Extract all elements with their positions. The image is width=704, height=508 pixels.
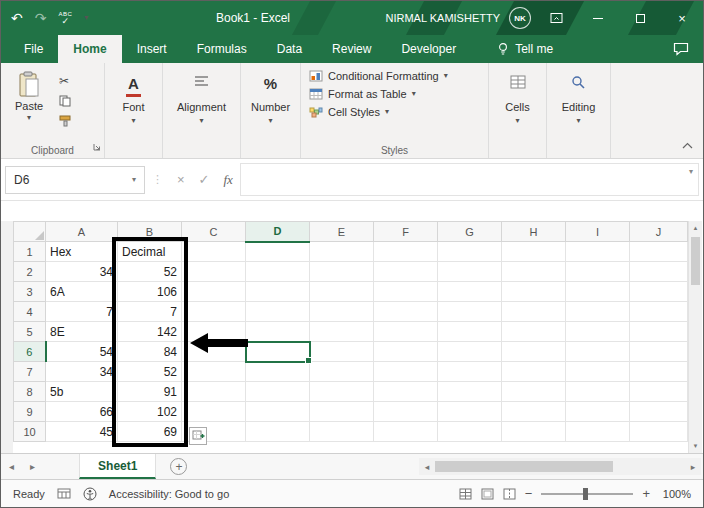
cell-H3[interactable]	[502, 282, 566, 302]
tab-review[interactable]: Review	[317, 35, 386, 63]
row-header-4[interactable]: 4	[14, 302, 46, 322]
cell-E9[interactable]	[310, 402, 374, 422]
number-group-button[interactable]: % Number ▾	[241, 63, 301, 158]
cell-E6[interactable]	[310, 342, 374, 362]
format-painter-icon[interactable]	[59, 115, 72, 127]
cell-G10[interactable]	[438, 422, 502, 442]
comments-button[interactable]	[673, 35, 689, 63]
cell-H1[interactable]	[502, 242, 566, 262]
cell-H5[interactable]	[502, 322, 566, 342]
cell-D10[interactable]	[246, 422, 310, 442]
cell-A3[interactable]: 6A	[46, 282, 118, 302]
cancel-button[interactable]: ×	[170, 172, 192, 187]
cell-D7[interactable]	[246, 362, 310, 382]
page-layout-view-icon[interactable]	[481, 488, 494, 500]
paste-button[interactable]: Paste ▾	[5, 67, 53, 142]
tab-data[interactable]: Data	[262, 35, 317, 63]
tell-me-box[interactable]: Tell me	[497, 35, 553, 63]
insert-function-button[interactable]: fx	[217, 172, 240, 188]
cell-G8[interactable]	[438, 382, 502, 402]
cell-C2[interactable]	[182, 262, 246, 282]
cell-D5[interactable]	[246, 322, 310, 342]
column-header-I[interactable]: I	[566, 222, 630, 242]
cell-D1[interactable]	[246, 242, 310, 262]
cell-A7[interactable]: 34	[46, 362, 118, 382]
expand-formula-bar-icon[interactable]: ▾	[689, 167, 693, 176]
sheet-nav-right-icon[interactable]: ▸	[22, 461, 43, 472]
cell-F8[interactable]	[374, 382, 438, 402]
cell-I4[interactable]	[566, 302, 630, 322]
cell-A4[interactable]: 7	[46, 302, 118, 322]
cell-A1[interactable]: Hex	[46, 242, 118, 262]
row-header-2[interactable]: 2	[14, 262, 46, 282]
row-header-9[interactable]: 9	[14, 402, 46, 422]
cell-G7[interactable]	[438, 362, 502, 382]
horizontal-scrollbar[interactable]: ◂ ▸	[419, 458, 701, 475]
cell-I2[interactable]	[566, 262, 630, 282]
name-box-caret-icon[interactable]: ▾	[132, 175, 136, 184]
cell-I7[interactable]	[566, 362, 630, 382]
cell-A8[interactable]: 5b	[46, 382, 118, 402]
cell-E7[interactable]	[310, 362, 374, 382]
cell-B10[interactable]: 69	[118, 422, 182, 442]
cell-E1[interactable]	[310, 242, 374, 262]
tab-file[interactable]: File	[9, 35, 58, 63]
cell-J2[interactable]	[630, 262, 688, 282]
formula-input[interactable]: ▾	[240, 163, 699, 196]
cell-G6[interactable]	[438, 342, 502, 362]
cell-J7[interactable]	[630, 362, 688, 382]
font-group-button[interactable]: A Font ▾	[105, 63, 163, 158]
cells-group-button[interactable]: Cells ▾	[489, 63, 547, 158]
cell-F2[interactable]	[374, 262, 438, 282]
column-header-B[interactable]: B	[118, 222, 182, 242]
horizontal-scroll-thumb[interactable]	[435, 461, 613, 472]
row-header-1[interactable]: 1	[14, 242, 46, 262]
column-header-F[interactable]: F	[374, 222, 438, 242]
cell-J10[interactable]	[630, 422, 688, 442]
conditional-formatting-button[interactable]: Conditional Formatting ▾	[309, 70, 480, 82]
row-header-8[interactable]: 8	[14, 382, 46, 402]
zoom-slider[interactable]	[541, 493, 633, 495]
cell-I3[interactable]	[566, 282, 630, 302]
row-header-5[interactable]: 5	[14, 322, 46, 342]
cell-J4[interactable]	[630, 302, 688, 322]
cell-F1[interactable]	[374, 242, 438, 262]
cell-B6[interactable]: 84	[118, 342, 182, 362]
ribbon-display-options-button[interactable]	[535, 1, 577, 35]
cell-D9[interactable]	[246, 402, 310, 422]
cell-G1[interactable]	[438, 242, 502, 262]
cell-G3[interactable]	[438, 282, 502, 302]
cell-A10[interactable]: 45	[46, 422, 118, 442]
cell-G9[interactable]	[438, 402, 502, 422]
cell-E3[interactable]	[310, 282, 374, 302]
cell-E10[interactable]	[310, 422, 374, 442]
cell-B4[interactable]: 7	[118, 302, 182, 322]
select-all-corner[interactable]	[14, 222, 46, 242]
row-header-7[interactable]: 7	[14, 362, 46, 382]
cell-J9[interactable]	[630, 402, 688, 422]
new-sheet-button[interactable]: +	[170, 458, 187, 475]
cut-icon[interactable]: ✂	[59, 75, 72, 87]
cell-B3[interactable]: 106	[118, 282, 182, 302]
name-box[interactable]: D6 ▾	[5, 166, 145, 194]
scroll-right-icon[interactable]: ▸	[685, 462, 701, 472]
zoom-out-button[interactable]: −	[525, 486, 533, 501]
cell-F4[interactable]	[374, 302, 438, 322]
minimize-button[interactable]	[577, 1, 619, 35]
accessibility-icon[interactable]	[83, 487, 97, 501]
clipboard-dialog-launcher-icon[interactable]	[93, 137, 101, 155]
cell-J8[interactable]	[630, 382, 688, 402]
redo-icon[interactable]: ↷	[35, 11, 47, 25]
column-header-D[interactable]: D	[246, 222, 310, 242]
cell-G4[interactable]	[438, 302, 502, 322]
column-header-C[interactable]: C	[182, 222, 246, 242]
cell-A2[interactable]: 34	[46, 262, 118, 282]
accessibility-status[interactable]: Accessibility: Good to go	[109, 488, 229, 500]
cell-A6[interactable]: 54	[46, 342, 118, 362]
cell-H2[interactable]	[502, 262, 566, 282]
tab-insert[interactable]: Insert	[122, 35, 182, 63]
cell-J6[interactable]	[630, 342, 688, 362]
column-header-J[interactable]: J	[630, 222, 688, 242]
cell-F7[interactable]	[374, 362, 438, 382]
autofill-options-button[interactable]	[189, 427, 207, 445]
